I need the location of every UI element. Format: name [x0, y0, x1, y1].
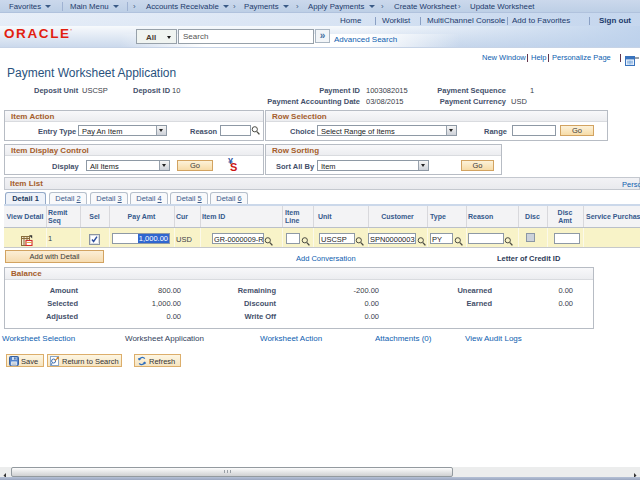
svg-text:S: S — [230, 161, 237, 172]
